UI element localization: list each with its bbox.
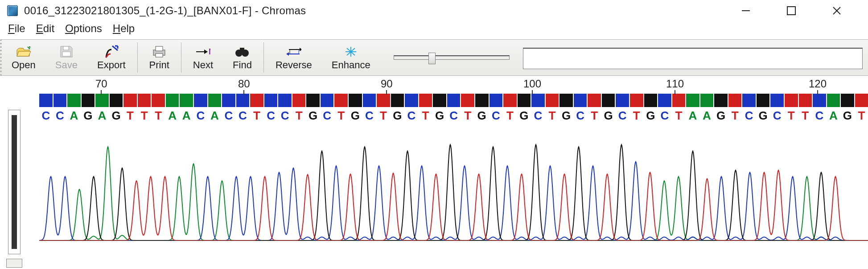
next-label: Next [193, 59, 213, 71]
base-call: C [574, 109, 587, 123]
base-call: T [546, 109, 559, 123]
base-call: C [447, 109, 461, 123]
base-call: G [433, 109, 446, 123]
menu-edit[interactable]: Edit [36, 22, 54, 35]
base-call: T [855, 109, 868, 123]
base-call: C [278, 109, 292, 123]
svg-rect-8 [156, 54, 163, 57]
enhance-button[interactable]: Enhance [322, 40, 380, 75]
signal-scale-handle[interactable] [6, 259, 22, 268]
quality-box [841, 94, 854, 107]
binoculars-icon [234, 45, 250, 58]
search-input[interactable] [523, 48, 863, 69]
base-call: A [67, 109, 81, 123]
base-call: G [82, 109, 95, 123]
svg-marker-10 [204, 50, 208, 54]
quality-box [321, 94, 334, 107]
app-icon [7, 5, 18, 16]
export-button[interactable]: Export [87, 40, 136, 75]
base-call: A [180, 109, 193, 123]
menu-help[interactable]: Help [113, 22, 135, 35]
quality-box [306, 94, 320, 107]
base-call: C [742, 109, 756, 123]
quality-box [391, 94, 404, 107]
quality-box [658, 94, 671, 107]
printer-icon [152, 45, 167, 58]
export-icon [104, 45, 119, 58]
quality-box [574, 94, 587, 107]
save-label: Save [55, 59, 78, 71]
menubar: File Edit Options Help [0, 21, 868, 39]
find-button[interactable]: Find [223, 40, 262, 75]
base-call: T [503, 109, 517, 123]
quality-box [110, 94, 123, 107]
ruler-tick: 100 [523, 78, 541, 90]
reverse-button[interactable]: Reverse [266, 40, 322, 75]
open-folder-icon [16, 45, 31, 58]
save-button[interactable]: Save [45, 40, 87, 75]
find-label: Find [233, 59, 252, 71]
base-call: C [222, 109, 235, 123]
quality-box [208, 94, 222, 107]
quality-box [82, 94, 95, 107]
open-button[interactable]: Open [2, 40, 45, 75]
quality-box [194, 94, 207, 107]
ruler-tick: 80 [238, 78, 250, 90]
quality-box [123, 94, 137, 107]
quality-box [644, 94, 658, 107]
open-label: Open [12, 59, 36, 71]
quality-box [799, 94, 812, 107]
menu-options-rest: ptions [74, 22, 102, 34]
base-call: C [770, 109, 784, 123]
base-call: C [363, 109, 376, 123]
svg-rect-4 [63, 46, 69, 50]
base-call: T [334, 109, 348, 123]
base-call: G [714, 109, 728, 123]
base-call: G [559, 109, 573, 123]
close-button[interactable] [828, 2, 846, 20]
base-call: T [728, 109, 742, 123]
minimize-button[interactable] [737, 2, 755, 20]
zoom-slider[interactable] [394, 55, 510, 60]
base-call: A [208, 109, 222, 123]
base-call: C [53, 109, 67, 123]
base-call: G [349, 109, 362, 123]
base-call: T [799, 109, 812, 123]
quality-box [531, 94, 545, 107]
menu-edit-rest: dit [43, 22, 54, 34]
base-call: T [377, 109, 390, 123]
quality-box [813, 94, 826, 107]
maximize-button[interactable] [782, 2, 800, 20]
reverse-label: Reverse [276, 59, 312, 71]
svg-marker-16 [300, 48, 301, 51]
base-call: T [138, 109, 151, 123]
menu-options[interactable]: Options [65, 22, 102, 35]
quality-box [166, 94, 179, 107]
base-call: A [166, 109, 179, 123]
base-call: A [95, 109, 109, 123]
base-call: C [405, 109, 418, 123]
print-button[interactable]: Print [140, 40, 179, 75]
export-label: Export [97, 59, 126, 71]
quality-box [672, 94, 686, 107]
svg-marker-19 [286, 52, 289, 56]
quality-box [447, 94, 461, 107]
menu-help-rest: elp [120, 22, 135, 34]
window-title: 0016_31223021801305_(1-2G-1)_[BANX01-F] … [24, 4, 306, 17]
trace-G [39, 145, 868, 240]
quality-box [588, 94, 601, 107]
base-call: T [419, 109, 432, 123]
quality-box [292, 94, 306, 107]
quality-box [714, 94, 728, 107]
base-call: C [616, 109, 629, 123]
base-call: C [813, 109, 826, 123]
menu-file[interactable]: File [8, 22, 25, 35]
toolbar: Open Save Export Print N Next Find [0, 39, 868, 76]
next-button[interactable]: N Next [183, 40, 223, 75]
quality-box [138, 94, 151, 107]
chromatogram[interactable] [39, 127, 868, 243]
base-call: C [658, 109, 671, 123]
svg-text:N: N [209, 47, 210, 56]
svg-rect-5 [62, 52, 70, 56]
menu-file-rest: ile [15, 22, 25, 34]
